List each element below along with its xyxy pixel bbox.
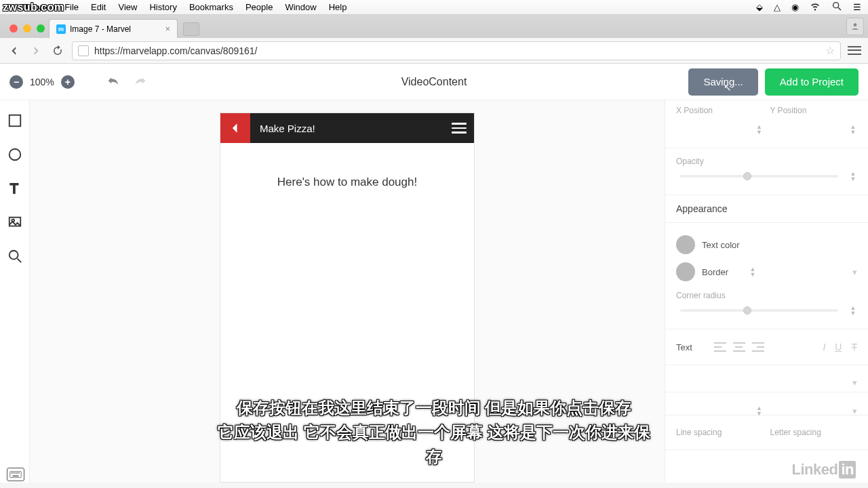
zoom-out-button[interactable]: −	[9, 75, 23, 89]
window-minimize-icon[interactable]	[23, 24, 31, 33]
ellipse-tool[interactable]	[7, 146, 23, 163]
letter-spacing-label: Letter spacing	[770, 428, 858, 437]
favicon-icon: m	[56, 24, 66, 34]
artboard-body-text[interactable]: Here's how to make dough!	[220, 143, 474, 222]
text-tool[interactable]: T	[7, 180, 23, 197]
wifi-icon[interactable]	[810, 1, 821, 14]
browser-window: m Image 7 - Marvel × https://marvelapp.c…	[0, 15, 868, 64]
artboard-header: Make Pizza!	[220, 113, 474, 143]
svg-line-1	[838, 7, 841, 10]
window-zoom-icon[interactable]	[37, 24, 45, 33]
new-tab-button[interactable]	[183, 22, 199, 36]
save-button[interactable]: Saving... ↖	[688, 68, 757, 96]
corner-radius-stepper[interactable]: ▲▼	[849, 304, 857, 317]
tab-close-icon[interactable]: ×	[165, 24, 170, 34]
macos-menubar: Chrome File Edit View History Bookmarks …	[0, 0, 868, 15]
border-width-stepper[interactable]: ▲▼	[749, 266, 757, 278]
zoom-in-button[interactable]: +	[61, 75, 75, 89]
menu-bookmarks[interactable]: Bookmarks	[189, 2, 233, 12]
profile-button[interactable]	[846, 18, 864, 35]
x-position-stepper[interactable]: ▲▼	[755, 123, 764, 136]
svg-rect-13	[14, 472, 16, 474]
zoom-controls: − 100% +	[9, 75, 75, 89]
tab-title: Image 7 - Marvel	[70, 24, 131, 34]
svg-rect-10	[10, 472, 22, 478]
svg-point-4	[9, 149, 20, 161]
browser-tab[interactable]: m Image 7 - Marvel ×	[49, 19, 178, 38]
svg-rect-17	[13, 476, 19, 477]
svg-rect-15	[17, 472, 18, 474]
menu-list-icon[interactable]: ☰	[853, 2, 861, 12]
menu-file[interactable]: File	[64, 2, 79, 12]
svg-rect-14	[16, 472, 17, 474]
nav-back-button[interactable]	[7, 43, 22, 58]
border-color-swatch[interactable]	[676, 262, 695, 281]
search-tool[interactable]	[7, 248, 23, 264]
svg-rect-16	[19, 472, 20, 474]
window-close-icon[interactable]	[9, 24, 18, 33]
menu-view[interactable]: View	[118, 2, 137, 12]
corner-radius-label: Corner radius	[676, 291, 857, 300]
underline-button[interactable]: U	[835, 342, 842, 352]
svg-point-0	[833, 3, 839, 8]
corner-radius-slider[interactable]	[680, 309, 838, 312]
spotlight-icon[interactable]	[831, 1, 842, 14]
page-icon	[78, 45, 89, 56]
y-position-label: Y Position	[770, 106, 858, 115]
tab-strip: m Image 7 - Marvel ×	[0, 15, 868, 38]
linkedin-watermark: Linkedin	[792, 461, 856, 479]
svg-point-2	[854, 23, 857, 26]
subtitle-overlay: 保存按钮在我这里结束了一段时间 但是如果你点击保存 它应该退出 它不会真正做出一…	[217, 396, 651, 469]
undo-button[interactable]	[106, 73, 121, 91]
opacity-label: Opacity	[676, 157, 857, 166]
align-right-button[interactable]	[752, 342, 764, 352]
redo-button	[133, 73, 148, 91]
artboard-menu-icon[interactable]	[444, 123, 474, 134]
document-title[interactable]: VideoContent	[401, 76, 467, 88]
menu-people[interactable]: People	[245, 2, 273, 12]
align-center-button[interactable]	[733, 342, 745, 352]
zoom-level: 100%	[30, 77, 54, 87]
appearance-section-title: Appearance	[676, 203, 857, 214]
add-to-project-button[interactable]: Add to Project	[765, 68, 859, 96]
border-style-dropdown[interactable]: ▾	[852, 267, 857, 277]
menu-window[interactable]: Window	[285, 2, 316, 12]
svg-rect-12	[13, 472, 14, 474]
line-spacing-label: Line spacing	[676, 428, 764, 437]
chrome-menu-button[interactable]	[848, 44, 861, 58]
font-dropdown[interactable]: ▾	[852, 378, 857, 388]
align-left-button[interactable]	[714, 342, 726, 352]
opacity-slider[interactable]	[680, 175, 838, 178]
url-text: https://marvelapp.com/canvas/809161/	[94, 45, 257, 56]
dropbox-icon[interactable]: ⬙	[756, 2, 763, 12]
url-field[interactable]: https://marvelapp.com/canvas/809161/ ☆	[72, 41, 841, 60]
bookmark-star-icon[interactable]: ☆	[825, 44, 835, 57]
x-position-label: X Position	[676, 106, 764, 115]
address-bar: https://marvelapp.com/canvas/809161/ ☆	[0, 38, 868, 64]
artboard-back-button[interactable]	[220, 113, 250, 143]
text-color-swatch[interactable]	[676, 235, 695, 254]
rectangle-tool[interactable]	[7, 113, 23, 129]
menu-edit[interactable]: Edit	[91, 2, 106, 12]
app-topbar: − 100% + VideoContent Saving... ↖ Add to…	[0, 64, 868, 100]
menu-help[interactable]: Help	[329, 2, 347, 12]
svg-rect-3	[9, 115, 20, 127]
strikethrough-button[interactable]: T	[851, 342, 857, 352]
italic-button[interactable]: I	[823, 342, 825, 352]
text-color-label: Text color	[702, 240, 740, 250]
cc-icon[interactable]: ◉	[791, 2, 799, 12]
menu-history[interactable]: History	[149, 2, 176, 12]
opacity-stepper[interactable]: ▲▼	[849, 170, 857, 182]
keyboard-toggle-icon[interactable]	[7, 468, 24, 481]
y-position-stepper[interactable]: ▲▼	[849, 123, 857, 136]
nav-reload-button[interactable]	[50, 43, 65, 58]
gdrive-icon[interactable]: △	[774, 2, 781, 12]
svg-text:T: T	[9, 181, 18, 196]
font-weight-dropdown[interactable]: ▾	[852, 406, 857, 416]
watermark-text: zwsub.com	[3, 1, 64, 14]
image-tool[interactable]	[7, 214, 23, 230]
font-size-stepper[interactable]: ▲▼	[755, 405, 764, 417]
text-section-label: Text	[676, 342, 692, 352]
svg-rect-11	[11, 472, 12, 474]
tool-rail: T	[0, 100, 30, 483]
